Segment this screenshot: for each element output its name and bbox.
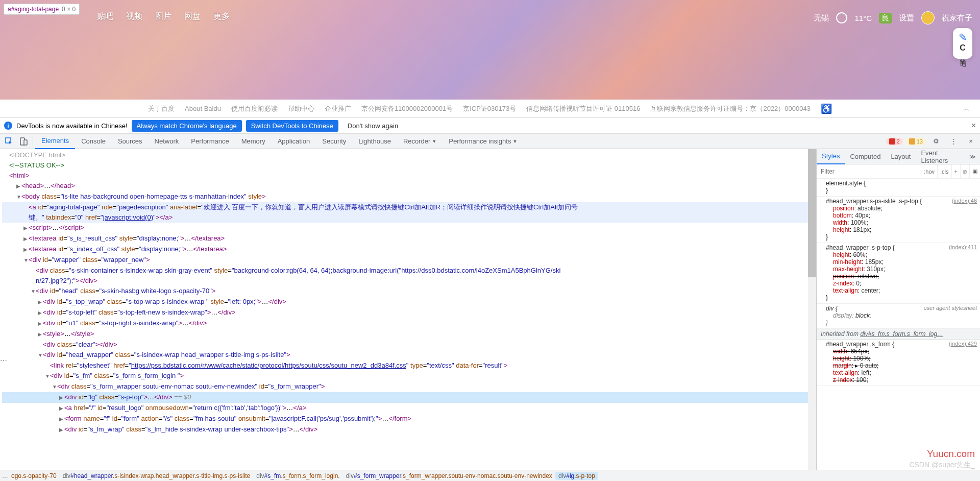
styles-panel: Styles Computed Layout Event Listeners ≫… — [816, 149, 980, 470]
footer-biz[interactable]: 企业推广 — [325, 104, 351, 113]
notes-label: 笔记 — [958, 54, 967, 56]
crumb-item[interactable]: div#s_form_wrapper.s_form_wrapper.soutu-… — [343, 472, 555, 479]
notes-icon: ✎ — [958, 31, 967, 43]
avatar[interactable] — [921, 11, 935, 25]
svg-rect-2 — [24, 140, 27, 145]
notes-widget[interactable]: ✎ C 笔记 — [953, 28, 972, 59]
device-button[interactable]: ⎚ — [960, 164, 969, 178]
nav-image[interactable]: 图片 — [155, 11, 172, 22]
cls-button[interactable]: .cls — [937, 164, 951, 178]
switch-chinese-button[interactable]: Switch DevTools to Chinese — [246, 120, 338, 132]
crumb-item[interactable]: ogo.s-opacity-70 — [8, 472, 60, 479]
rule-element-style[interactable]: element.style { } — [817, 179, 980, 197]
tab-sources[interactable]: Sources — [112, 134, 149, 149]
tooltip-selector: a#aging-total-page — [8, 6, 59, 13]
footer-links: 关于百度 About Baidu 使用百度前必读 帮助中心 企业推广 京公网安备… — [0, 100, 980, 117]
device-icon[interactable] — [16, 135, 31, 148]
tab-listeners[interactable]: Event Listeners — [916, 149, 965, 164]
tab-memory[interactable]: Memory — [235, 134, 272, 149]
error-badge[interactable]: 2 — [886, 138, 903, 145]
kebab-icon[interactable]: ⋮ — [946, 135, 961, 148]
tab-layout[interactable]: Layout — [886, 149, 916, 164]
dom-panel[interactable]: ⋯ <!DOCTYPE html> <!--STATUS OK--> <html… — [0, 149, 816, 470]
warning-badge[interactable]: 13 — [906, 138, 926, 145]
footer-religion[interactable]: 互联网宗教信息服务许可证编号：京（2022）0000043 — [650, 104, 811, 113]
tabs-right: 2 13 ⚙ ⋮ × — [886, 135, 978, 148]
hov-button[interactable]: :hov — [921, 164, 937, 178]
footer-help[interactable]: 帮助中心 — [288, 104, 314, 113]
devtools-tabs: Elements Console Sources Network Perform… — [0, 134, 980, 149]
gear-icon[interactable]: ⚙ — [929, 135, 943, 148]
panel-button[interactable]: ▣ — [969, 164, 980, 178]
inspect-icon[interactable] — [2, 135, 16, 148]
inherited-header: Inherited from div#s_fm.s_form.s_form_lo… — [817, 329, 980, 340]
rule-4[interactable]: (index):429 #head_wrapper .s_form { widt… — [817, 340, 980, 386]
scrollbar[interactable] — [808, 149, 816, 470]
tab-elements[interactable]: Elements — [35, 134, 75, 149]
notes-c: C — [958, 43, 967, 53]
tab-lighthouse[interactable]: Lighthouse — [352, 134, 397, 149]
separator — [33, 137, 33, 146]
rule-2[interactable]: (index):411 #head_wrapper .s-p-top { hei… — [817, 243, 980, 304]
close-devtools-icon[interactable]: × — [964, 135, 978, 148]
footer-icp[interactable]: 京ICP证030173号 — [463, 104, 516, 113]
close-icon[interactable]: × — [971, 121, 976, 130]
tab-network[interactable]: Network — [149, 134, 185, 149]
tab-computed[interactable]: Computed — [845, 149, 886, 164]
footer-about[interactable]: 关于百度 — [148, 104, 175, 113]
filter-input[interactable] — [817, 168, 921, 175]
dont-show-button[interactable]: Don't show again — [342, 120, 403, 132]
tab-console[interactable]: Console — [75, 134, 112, 149]
info-icon: i — [4, 122, 12, 130]
footer-about-en[interactable]: About Baidu — [185, 105, 221, 112]
footer-terms[interactable]: 使用百度前必读 — [231, 104, 278, 113]
tooltip-dims: 0 × 0 — [62, 6, 76, 13]
devtools-infobar: i DevTools is now available in Chinese! … — [0, 117, 980, 134]
crumb-item[interactable]: div#s_fm.s_form.s_form_login. — [253, 472, 342, 479]
tab-perf-insights[interactable]: Performance insights▼ — [443, 134, 523, 149]
rule-1[interactable]: (index):46 #head_wrapper.s-ps-islite .s-… — [817, 197, 980, 243]
breadcrumb[interactable]: … ogo.s-opacity-70 div#head_wrapper.s-is… — [0, 470, 980, 481]
dom-tree[interactable]: <!DOCTYPE html> <!--STATUS OK--> <html> … — [0, 149, 816, 436]
tab-recorder[interactable]: Recorder▼ — [397, 134, 443, 149]
add-rule-button[interactable]: + — [951, 164, 960, 178]
chevron-up-icon[interactable]: ︿ — [963, 104, 970, 113]
tab-performance[interactable]: Performance — [185, 134, 235, 149]
aqi-badge: 良 — [879, 13, 892, 23]
nav-video[interactable]: 视频 — [126, 11, 142, 22]
username[interactable]: 祝家有子 — [942, 13, 972, 23]
styles-filter: :hov .cls + ⎚ ▣ — [817, 164, 980, 179]
gutter-dots[interactable]: ⋯ — [0, 355, 6, 366]
crumb-overflow[interactable]: … — [2, 472, 8, 479]
more-tabs-icon[interactable]: ≫ — [965, 153, 980, 160]
nav-tieba[interactable]: 贴吧 — [97, 11, 113, 22]
nav-pan[interactable]: 网盘 — [184, 11, 201, 22]
match-language-button[interactable]: Always match Chrome's language — [132, 120, 242, 132]
weather-city[interactable]: 无锡 — [814, 13, 829, 23]
inspect-tooltip: a#aging-total-page 0 × 0 — [4, 4, 80, 15]
settings-link[interactable]: 设置 — [899, 13, 914, 23]
weather-temp: 11°C — [854, 14, 872, 22]
infobar-msg: DevTools is now available in Chinese! — [16, 122, 128, 130]
css-rules[interactable]: element.style { } (index):46 #head_wrapp… — [817, 179, 980, 470]
accessibility-icon[interactable]: ♿ — [821, 103, 832, 114]
footer-media[interactable]: 信息网络传播视听节目许可证 0110516 — [526, 104, 640, 113]
page-header: 贴吧 视频 图片 网盘 更多 无锡 11°C 良 设置 祝家有子 ✎ C 笔记 — [0, 0, 980, 100]
crumb-selected[interactable]: div#lg.s-p-top — [555, 472, 598, 480]
rule-ua[interactable]: user agent stylesheet div { display: blo… — [817, 304, 980, 329]
top-nav: 贴吧 视频 图片 网盘 更多 — [97, 11, 230, 22]
top-right: 无锡 11°C 良 设置 祝家有子 — [814, 11, 972, 25]
main-split: ⋯ <!DOCTYPE html> <!--STATUS OK--> <html… — [0, 149, 980, 470]
crumb-item[interactable]: div#head_wrapper.s-isindex-wrap.head_wra… — [60, 472, 254, 479]
tab-styles[interactable]: Styles — [817, 149, 845, 164]
weather-icon — [836, 12, 847, 23]
styles-tabs: Styles Computed Layout Event Listeners ≫ — [817, 149, 980, 164]
tab-security[interactable]: Security — [316, 134, 352, 149]
footer-police[interactable]: 京公网安备11000002000001号 — [361, 104, 453, 113]
nav-more[interactable]: 更多 — [213, 11, 230, 22]
tab-application[interactable]: Application — [272, 134, 316, 149]
